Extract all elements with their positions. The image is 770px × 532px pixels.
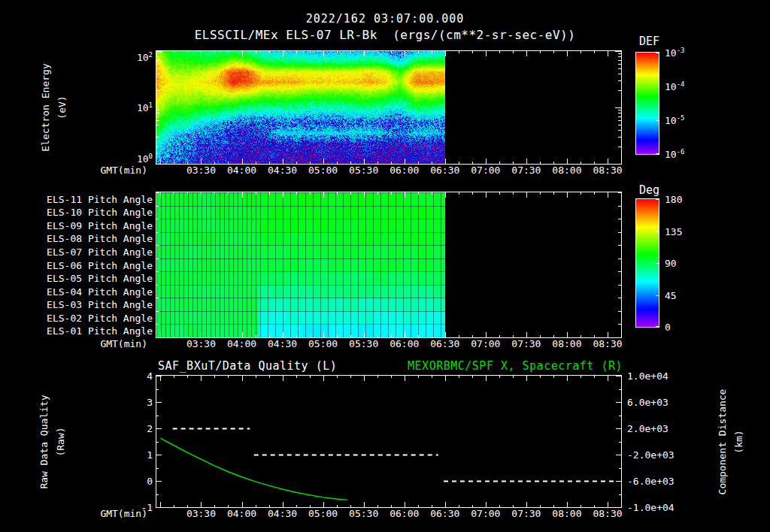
x-tick-label: 04:30: [268, 338, 297, 349]
quality-axis-label-text: Raw Data Quality: [36, 394, 53, 488]
energy-axis-label: Electron Energy (eV): [38, 63, 71, 151]
distance-tick-label: -6.0e+03: [627, 476, 675, 487]
distance-axis-label-units: (km): [731, 389, 747, 495]
energy-tick-label: 102: [137, 51, 153, 63]
quality-title-left: SAF_BXuT/Data Quality (L): [158, 359, 337, 373]
x-tick-label: 07:00: [471, 165, 500, 176]
x-tick-label: 06:00: [390, 508, 419, 519]
quality-tick-label: 0: [147, 476, 153, 487]
x-tick-label: 08:30: [593, 338, 622, 349]
energy-axis-label-units: (eV): [54, 63, 71, 151]
x-tick-label: 06:00: [390, 338, 419, 349]
energy-spectrogram-canvas: [156, 50, 622, 165]
distance-axis-label-text: Component Distance: [714, 389, 731, 495]
x-tick-label: 07:00: [471, 338, 500, 349]
pitch-row-label: ELS-10 Pitch Angle: [47, 207, 153, 218]
energy-axis-label-text: Electron Energy: [38, 63, 54, 151]
deg-colorbar-tick-label: 90: [665, 258, 677, 269]
deg-colorbar-tick-label: 135: [665, 225, 682, 237]
instrument-label: ELSSCIL/MEx ELS-07 LR-Bk: [195, 28, 377, 42]
x-tick-label: 08:00: [552, 338, 581, 349]
gmt-label-energy: GMT(min): [100, 165, 147, 176]
plot-screen: 2022/162 03:07:00.000 ELSSCIL/MEx ELS-07…: [0, 0, 770, 532]
deg-colorbar: [635, 198, 659, 328]
pitch-row-label: ELS-06 Pitch Angle: [47, 259, 153, 271]
x-tick-label: 05:00: [308, 338, 338, 349]
def-colorbar: [635, 52, 659, 155]
spacecraft-title-right: MEXORBMC/SPF X, Spacecraft (R): [408, 359, 623, 373]
pitch-row-label: ELS-03 Pitch Angle: [47, 299, 153, 310]
x-tick-label: 04:30: [268, 165, 297, 176]
distance-tick-label: -1.0e+04: [627, 502, 675, 513]
pitch-row-label: ELS-09 Pitch Angle: [47, 219, 153, 231]
def-colorbar-title: DEF: [639, 35, 659, 48]
x-tick-label: 08:30: [593, 165, 622, 176]
x-tick-label: 07:30: [511, 338, 541, 349]
x-tick-label: 05:30: [349, 508, 378, 519]
quality-tick-label: 3: [147, 397, 153, 408]
quality-axis-label: Raw Data Quality (Raw): [36, 394, 69, 488]
quality-chart-canvas: [156, 375, 622, 508]
quality-tick-label: 1: [147, 449, 153, 461]
def-colorbar-tick-label: 10-6: [665, 148, 685, 160]
distance-tick-label: 1.0e+04: [627, 370, 668, 382]
x-tick-label: 04:30: [268, 508, 297, 519]
timestamp-title: 2022/162 03:07:00.000: [0, 12, 770, 26]
x-tick-label: 04:00: [227, 338, 256, 349]
energy-tick-label: 100: [137, 153, 153, 165]
x-tick-label: 06:00: [390, 165, 419, 176]
distance-tick-label: -2.0e+03: [627, 449, 675, 461]
units-label: (ergs/(cm**2-sr-sec-eV)): [393, 28, 575, 42]
quality-tick-label: 2: [147, 423, 153, 434]
def-colorbar-tick-label: 10-3: [665, 47, 685, 59]
pitch-row-label: ELS-02 Pitch Angle: [47, 312, 153, 323]
pitch-row-label: ELS-01 Pitch Angle: [47, 325, 153, 337]
def-colorbar-tick-label: 10-5: [665, 114, 685, 126]
x-tick-label: 07:00: [471, 508, 500, 519]
quality-tick-label: 4: [147, 370, 153, 382]
deg-colorbar-tick-label: 180: [665, 194, 682, 205]
distance-axis-label: Component Distance (km): [714, 389, 747, 495]
x-tick-label: 03:30: [186, 338, 216, 349]
energy-tick-label: 101: [137, 101, 153, 113]
pitch-angle-canvas: [156, 192, 622, 338]
x-tick-label: 06:30: [430, 165, 459, 176]
x-tick-label: 08:00: [552, 508, 581, 519]
x-tick-label: 05:00: [308, 508, 338, 519]
x-tick-label: 04:00: [227, 508, 256, 519]
pitch-row-label: ELS-05 Pitch Angle: [47, 273, 153, 284]
deg-colorbar-title: Deg: [639, 183, 659, 197]
pitch-row-label: ELS-07 Pitch Angle: [47, 246, 153, 257]
x-tick-label: 03:30: [186, 165, 216, 176]
x-tick-label: 05:00: [308, 165, 338, 176]
x-tick-label: 08:00: [552, 165, 581, 176]
x-tick-label: 06:30: [430, 508, 459, 519]
quality-axis-label-units: (Raw): [53, 394, 69, 488]
gmt-label-pitch: GMT(min): [100, 338, 147, 349]
def-colorbar-tick-label: 10-4: [665, 80, 685, 92]
subtitle-gap: [377, 28, 393, 42]
pitch-row-label: ELS-11 Pitch Angle: [47, 193, 153, 204]
x-tick-label: 05:30: [349, 165, 378, 176]
x-tick-label: 07:30: [511, 165, 541, 176]
distance-tick-label: 6.0e+03: [627, 397, 668, 408]
deg-colorbar-tick-label: 0: [665, 322, 671, 333]
x-tick-label: 03:30: [186, 508, 216, 519]
x-tick-label: 05:30: [349, 338, 378, 349]
pitch-row-label: ELS-04 Pitch Angle: [47, 286, 153, 297]
x-tick-label: 07:30: [511, 508, 541, 519]
x-tick-label: 06:30: [430, 338, 459, 349]
x-tick-label: 04:00: [227, 165, 256, 176]
quality-tick-label: -1: [141, 502, 153, 513]
distance-tick-label: 2.0e+03: [627, 423, 668, 434]
pitch-row-label: ELS-08 Pitch Angle: [47, 233, 153, 244]
x-tick-label: 08:30: [593, 508, 622, 519]
deg-colorbar-tick-label: 45: [665, 289, 677, 301]
